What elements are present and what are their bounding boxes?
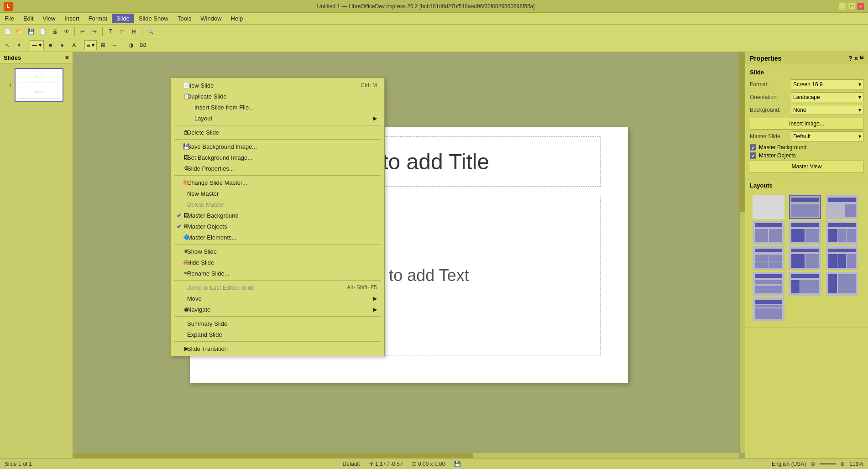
layout-rows-2[interactable] xyxy=(789,272,821,296)
textbox-btn[interactable]: A xyxy=(68,40,79,51)
menu-view[interactable]: View xyxy=(38,14,60,23)
menu-item-master-background[interactable]: ✔ 🖼 Master Background xyxy=(171,210,384,221)
menu-tools[interactable]: Tools xyxy=(173,14,196,23)
slides-panel-close[interactable]: × xyxy=(65,54,69,61)
menu-item-master-objects[interactable]: ✔ ⊞ Master Objects xyxy=(171,221,384,232)
open-btn[interactable]: 📂 xyxy=(14,26,25,37)
delete-slide-icon: 🗑 xyxy=(183,129,190,135)
properties-header: Properties ? × ⊟ xyxy=(745,52,868,65)
shadow-btn[interactable]: ◑ xyxy=(125,40,136,51)
group-btn[interactable]: ⊞ xyxy=(98,40,109,51)
line-dropdown[interactable]: — ▾ xyxy=(30,40,44,50)
master-background-checkbox[interactable]: ✔ xyxy=(750,144,756,151)
text-btn[interactable]: T xyxy=(105,26,116,37)
menu-item-new-master[interactable]: New Master xyxy=(171,188,384,199)
rect-btn[interactable]: ■ xyxy=(45,40,56,51)
menu-item-slide-transition[interactable]: ▶ Slide Transition xyxy=(171,343,384,354)
layout-two-content[interactable] xyxy=(753,221,784,245)
zoom-controls[interactable]: ⊖ xyxy=(810,461,815,467)
menu-window[interactable]: Window xyxy=(196,14,226,23)
properties-close-btn[interactable]: × xyxy=(854,55,858,62)
master-objects-row[interactable]: ✔ Master Objects xyxy=(750,152,863,159)
arrange-dropdown[interactable]: ≡ ▾ xyxy=(84,40,96,50)
menu-item-slide-properties[interactable]: ⚙ Slide Properties... xyxy=(171,163,384,174)
crop-btn[interactable]: ⌧ xyxy=(137,40,148,51)
layout-rows-accent[interactable] xyxy=(753,297,784,321)
layout-title-2col[interactable] xyxy=(789,246,821,270)
slide-thumbnail[interactable]: Title Content xyxy=(15,68,63,102)
print-btn[interactable]: 🖨 xyxy=(49,26,60,37)
title-bar: L Untitled 1 — LibreOfficeDev Impress 25… xyxy=(0,0,868,13)
menu-edit[interactable]: Edit xyxy=(19,14,38,23)
master-background-row[interactable]: ✔ Master Background xyxy=(750,144,863,151)
menu-item-layout[interactable]: Layout ▶ xyxy=(171,113,384,124)
menu-item-save-bg-label: Save Background Image... xyxy=(187,143,257,150)
menu-item-move[interactable]: Move ▶ xyxy=(171,293,384,304)
menu-help[interactable]: Help xyxy=(226,14,248,23)
master-view-btn[interactable]: Master View xyxy=(750,161,863,172)
menu-item-new-slide[interactable]: 📄 New Slide Ctrl+M xyxy=(171,80,384,91)
menu-item-delete-slide[interactable]: 🗑 Delete Slide xyxy=(171,127,384,138)
insert-btn[interactable]: ⊞ xyxy=(129,26,140,37)
insert-image-btn[interactable]: Insert Image... xyxy=(750,118,863,130)
layout-title-content[interactable] xyxy=(789,195,821,219)
new-btn[interactable]: 📄 xyxy=(2,26,13,37)
minimize-btn[interactable]: _ xyxy=(839,3,846,10)
scrollbar-h[interactable] xyxy=(73,453,739,458)
menu-slide[interactable]: Slide xyxy=(112,14,134,23)
format-select[interactable]: Screen 16:9 ▾ xyxy=(791,79,863,89)
menu-slideshow[interactable]: Slide Show xyxy=(134,14,173,23)
menu-item-slide-transition-label: Slide Transition xyxy=(187,345,228,352)
menu-format[interactable]: Format xyxy=(84,14,112,23)
zoom-slider[interactable]: ━━━━━ xyxy=(820,461,836,467)
layout-centered[interactable] xyxy=(789,221,821,245)
flip-btn[interactable]: ↔ xyxy=(110,40,120,51)
menu-item-set-bg[interactable]: 🖼 Set Background Image... xyxy=(171,152,384,163)
cursor-icon: ✛ xyxy=(369,461,374,467)
layout-side-left[interactable] xyxy=(826,272,858,296)
menu-item-expand-slide[interactable]: Expand Slide xyxy=(171,329,384,340)
menu-item-summary-slide[interactable]: Summary Slide xyxy=(171,318,384,329)
background-select[interactable]: None ▾ xyxy=(791,105,863,115)
properties-detach-btn[interactable]: ⊟ xyxy=(860,55,863,62)
master-objects-checkbox[interactable]: ✔ xyxy=(750,152,756,159)
master-slide-select[interactable]: Default ▾ xyxy=(791,131,863,141)
menu-item-show-slide[interactable]: 👁 Show Slide xyxy=(171,246,384,257)
layout-4content[interactable] xyxy=(753,246,784,270)
layout-3col[interactable] xyxy=(826,221,858,245)
zoom-btn[interactable]: 🔍 xyxy=(145,26,156,37)
menu-item-duplicate-slide[interactable]: 📋 Duplicate Slide xyxy=(171,91,384,102)
menu-insert[interactable]: Insert xyxy=(60,14,84,23)
menu-item-hide-slide[interactable]: 🙈 Hide Slide xyxy=(171,257,384,268)
preview-btn[interactable]: 👁 xyxy=(61,26,72,37)
menu-item-rename-slide[interactable]: ✏ Rename Slide... xyxy=(171,268,384,279)
slides-panel-title: Slides xyxy=(4,54,21,61)
properties-help-btn[interactable]: ? xyxy=(848,55,852,62)
menu-item-save-bg[interactable]: 💾 Save Background Image... xyxy=(171,141,384,152)
layout-rows[interactable] xyxy=(753,272,784,296)
menu-item-master-elements[interactable]: 🔷 Master Elements... xyxy=(171,232,384,243)
undo-btn[interactable]: ↩ xyxy=(77,26,88,37)
ellipse-btn[interactable]: ● xyxy=(57,40,68,51)
layout-3col-equal[interactable] xyxy=(826,246,858,270)
shapes-btn[interactable]: □ xyxy=(117,26,128,37)
point-btn[interactable]: ✦ xyxy=(14,40,25,51)
layout-blank[interactable] xyxy=(753,195,784,219)
export-pdf-btn[interactable]: 📑 xyxy=(37,26,48,37)
orientation-select[interactable]: Landscape ▾ xyxy=(791,92,863,102)
menu-item-insert-from-file[interactable]: Insert Slide from File... xyxy=(171,102,384,113)
menu-file[interactable]: File xyxy=(0,14,19,23)
zoom-in-btn[interactable]: ⊕ xyxy=(840,461,845,467)
maximize-btn[interactable]: □ xyxy=(848,3,855,10)
layout-title-right[interactable] xyxy=(826,195,858,219)
sep1 xyxy=(74,27,75,36)
menu-item-change-master[interactable]: 🎨 Change Slide Master... xyxy=(171,177,384,188)
redo-btn[interactable]: ↪ xyxy=(89,26,100,37)
select-btn[interactable]: ↖ xyxy=(2,40,13,51)
menu-item-navigate[interactable]: ◉ Navigate ▶ xyxy=(171,304,384,315)
window-controls[interactable]: _ □ × xyxy=(839,3,864,10)
save-btn[interactable]: 💾 xyxy=(26,26,37,37)
scrollbar-v[interactable] xyxy=(739,52,745,453)
main-area: Slides × 1 Title Content Click to add Ti… xyxy=(0,52,868,458)
close-btn[interactable]: × xyxy=(857,3,864,10)
